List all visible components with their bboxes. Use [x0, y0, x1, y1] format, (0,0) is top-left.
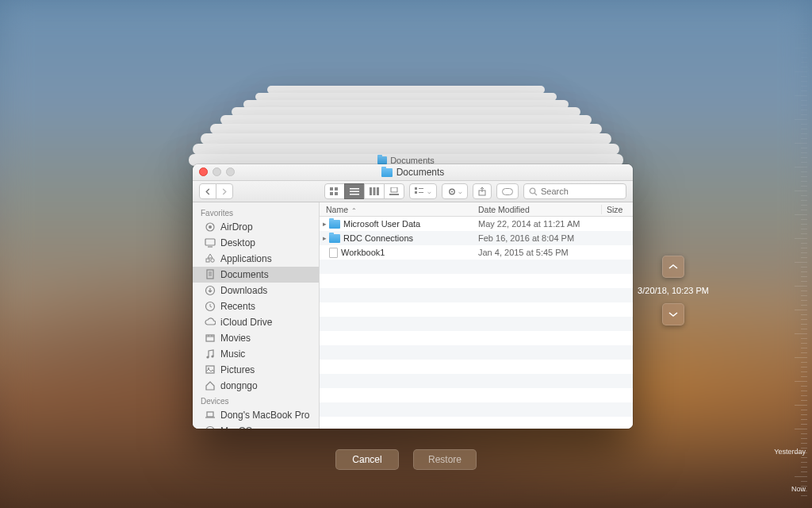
icon-view-button[interactable]	[324, 183, 345, 199]
tags-button[interactable]	[496, 183, 519, 199]
desktop-icon	[204, 237, 216, 248]
list-view-button[interactable]	[344, 183, 365, 199]
timeline-tick	[801, 248, 807, 248]
sidebar-item-dongngo[interactable]: dongngo	[193, 378, 319, 394]
timeline-tick	[801, 110, 807, 110]
sidebar-item-music[interactable]: Music	[193, 346, 319, 362]
timeline-tick	[801, 129, 807, 129]
search-icon	[529, 187, 538, 196]
window-title: Documents	[396, 167, 445, 178]
timeline-tick	[795, 429, 807, 429]
file-rows: ▸Microsoft User DataMay 22, 2014 at 11:2…	[320, 217, 633, 429]
timeline-tick	[801, 124, 807, 125]
timeline-tick	[801, 443, 807, 444]
timeline-tick	[801, 410, 807, 410]
sidebar-item-movies[interactable]: Movies	[193, 330, 319, 346]
folder-icon	[381, 168, 393, 177]
sidebar-item-recents[interactable]: Recents	[193, 298, 319, 314]
folder-icon	[329, 234, 340, 243]
forward-button[interactable]	[216, 183, 233, 199]
timeline-tick	[801, 395, 807, 396]
timeline-tick	[801, 352, 807, 353]
column-name[interactable]: Name⌃	[320, 205, 478, 214]
restore-button[interactable]: Restore	[413, 449, 477, 470]
search-field[interactable]	[523, 183, 626, 199]
svg-rect-6	[350, 194, 359, 195]
sidebar-item-icloud-drive[interactable]: iCloud Drive	[193, 314, 319, 330]
timeline-tick	[801, 414, 807, 415]
timeline-tick	[801, 324, 807, 325]
table-row[interactable]: ▸RDC ConnectionsFeb 16, 2016 at 8:04 PM	[320, 231, 633, 245]
timeline-tick	[795, 143, 807, 144]
sidebar-item-label: Dong's MacBook Pro	[220, 410, 309, 421]
gallery-view-button[interactable]	[384, 183, 404, 199]
group-button[interactable]: ⌵	[409, 183, 437, 199]
list-header[interactable]: Name⌃ Date Modified Size	[320, 202, 633, 217]
action-button[interactable]: ⌵	[442, 183, 468, 199]
column-view-button[interactable]	[364, 183, 385, 199]
sidebar-item-dong-s-macbook-pro[interactable]: Dong's MacBook Pro	[193, 407, 319, 423]
sidebar-item-macos[interactable]: MacOS	[193, 423, 319, 429]
table-row[interactable]: ▸Microsoft User DataMay 22, 2014 at 11:2…	[320, 217, 633, 231]
timeline-tick	[801, 229, 807, 229]
file-name: Microsoft User Data	[343, 219, 420, 229]
svg-rect-14	[419, 188, 423, 189]
timeline-tick	[795, 190, 807, 191]
nav-up-button[interactable]	[662, 256, 684, 278]
timeline-tick	[801, 471, 807, 472]
timeline-tick	[795, 24, 807, 25]
sidebar-item-label: MacOS	[220, 425, 252, 429]
sidebar-item-label: Desktop	[220, 237, 255, 248]
search-input[interactable]	[541, 187, 612, 196]
download-icon	[204, 285, 216, 296]
tag-icon	[502, 188, 513, 195]
history-title: Documents	[390, 156, 435, 165]
svg-point-20	[530, 188, 535, 194]
column-date[interactable]: Date Modified	[478, 205, 601, 214]
zoom-button[interactable]	[226, 167, 235, 176]
timeline-tick	[801, 86, 807, 87]
timeline-tick	[801, 243, 807, 244]
timeline-tick	[801, 467, 807, 468]
timeline-tick	[801, 391, 807, 391]
disclosure-triangle[interactable]: ▸	[320, 220, 329, 228]
sidebar-item-label: Recents	[220, 301, 255, 312]
sidebar-item-pictures[interactable]: Pictures	[193, 362, 319, 378]
timeline[interactable]: Yesterday Now	[780, 0, 812, 508]
close-button[interactable]	[199, 167, 208, 176]
timeline-tick	[801, 76, 807, 77]
timeline-tick	[801, 300, 807, 301]
timeline-tick	[801, 200, 807, 201]
timeline-tick	[795, 238, 807, 239]
timeline-tick	[801, 305, 807, 306]
share-button[interactable]	[473, 183, 492, 199]
timeline-tick	[801, 233, 807, 234]
timeline-tick	[801, 424, 807, 425]
disclosure-triangle[interactable]: ▸	[320, 234, 329, 242]
timeline-tick	[801, 371, 807, 372]
sidebar-item-downloads[interactable]: Downloads	[193, 283, 319, 298]
sidebar-item-documents[interactable]: Documents	[193, 267, 319, 283]
timeline-tick	[801, 252, 807, 253]
sidebar-item-label: Documents	[220, 269, 269, 280]
back-button[interactable]	[199, 183, 216, 199]
sidebar-item-airdrop[interactable]: AirDrop	[193, 219, 319, 235]
sidebar-item-applications[interactable]: Applications	[193, 251, 319, 267]
timeline-tick	[795, 333, 807, 334]
file-name: Workbook1	[341, 248, 385, 257]
table-row[interactable]: Workbook1Jan 4, 2015 at 5:45 PM	[320, 245, 633, 260]
timeline-tick	[801, 176, 807, 177]
svg-rect-9	[377, 187, 379, 195]
nav-down-button[interactable]	[662, 303, 684, 325]
column-size[interactable]: Size	[601, 205, 633, 214]
timeline-tick	[801, 291, 807, 291]
empty-row	[320, 274, 633, 288]
timeline-tick	[801, 114, 807, 115]
timeline-tick	[795, 405, 807, 406]
sidebar-item-desktop[interactable]: Desktop	[193, 235, 319, 251]
timeline-tick	[801, 281, 807, 282]
cancel-button[interactable]: Cancel	[335, 449, 399, 470]
svg-point-39	[211, 355, 213, 357]
titlebar[interactable]: Documents	[193, 164, 633, 181]
minimize-button[interactable]	[213, 167, 221, 176]
